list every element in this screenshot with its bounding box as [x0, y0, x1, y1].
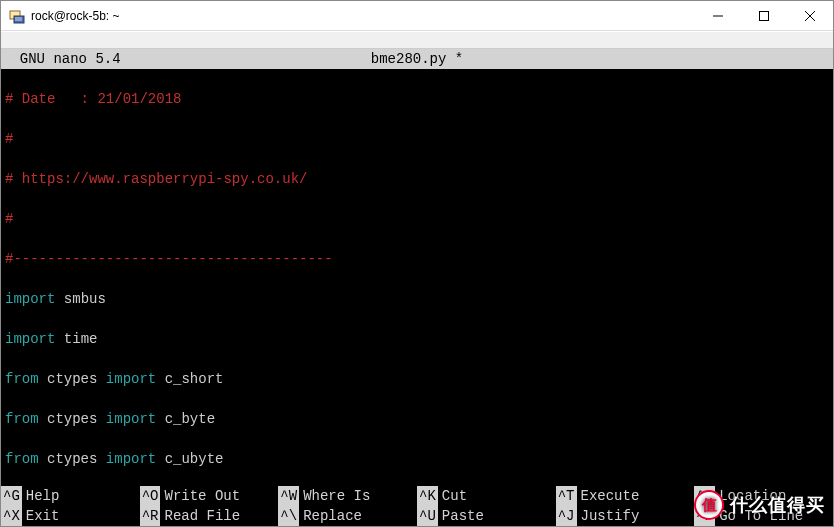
window-buttons [695, 1, 833, 30]
watermark-text: 什么值得买 [730, 495, 825, 515]
putty-icon [9, 8, 25, 24]
code-line: import smbus [5, 289, 829, 309]
code-line: from ctypes import c_ubyte [5, 449, 829, 469]
code-line: import time [5, 329, 829, 349]
titlebar[interactable]: rock@rock-5b: ~ [1, 1, 833, 31]
help-item[interactable]: ^UPaste [417, 506, 556, 526]
window-title: rock@rock-5b: ~ [31, 9, 695, 23]
nano-filename: bme280.py * [163, 49, 671, 69]
code-line: # Date : 21/01/2018 [5, 89, 829, 109]
close-button[interactable] [787, 1, 833, 30]
editor-content[interactable]: # Date : 21/01/2018 # # https://www.rasp… [1, 69, 833, 526]
minimize-button[interactable] [695, 1, 741, 30]
watermark: 值 什么值得买 [694, 490, 825, 520]
help-item[interactable]: ^OWrite Out [140, 486, 279, 506]
terminal[interactable]: GNU nano 5.4 bme280.py * # Date : 21/01/… [1, 49, 833, 526]
help-item[interactable]: ^GHelp [1, 486, 140, 506]
menubar[interactable] [1, 31, 833, 49]
help-item[interactable]: ^RRead File [140, 506, 279, 526]
code-line: from ctypes import c_byte [5, 409, 829, 429]
help-item[interactable]: ^KCut [417, 486, 556, 506]
help-item[interactable]: ^WWhere Is [278, 486, 417, 506]
code-line: from ctypes import c_short [5, 369, 829, 389]
maximize-button[interactable] [741, 1, 787, 30]
nano-statusbar: GNU nano 5.4 bme280.py * [1, 49, 833, 69]
code-line: # https://www.raspberrypi-spy.co.uk/ [5, 169, 829, 189]
nano-appname: GNU nano 5.4 [3, 49, 163, 69]
code-line: # [5, 129, 829, 149]
close-icon [805, 11, 815, 21]
svg-rect-5 [760, 11, 769, 20]
code-line: #-------------------------------------- [5, 249, 829, 269]
minimize-icon [713, 11, 723, 21]
help-item[interactable]: ^\Replace [278, 506, 417, 526]
watermark-badge-icon: 值 [694, 490, 724, 520]
maximize-icon [759, 11, 769, 21]
help-item[interactable]: ^TExecute [556, 486, 695, 506]
help-item[interactable]: ^XExit [1, 506, 140, 526]
code-line: # [5, 209, 829, 229]
help-item[interactable]: ^JJustify [556, 506, 695, 526]
app-window: rock@rock-5b: ~ GNU nano 5.4 bme280.py *… [0, 0, 834, 527]
